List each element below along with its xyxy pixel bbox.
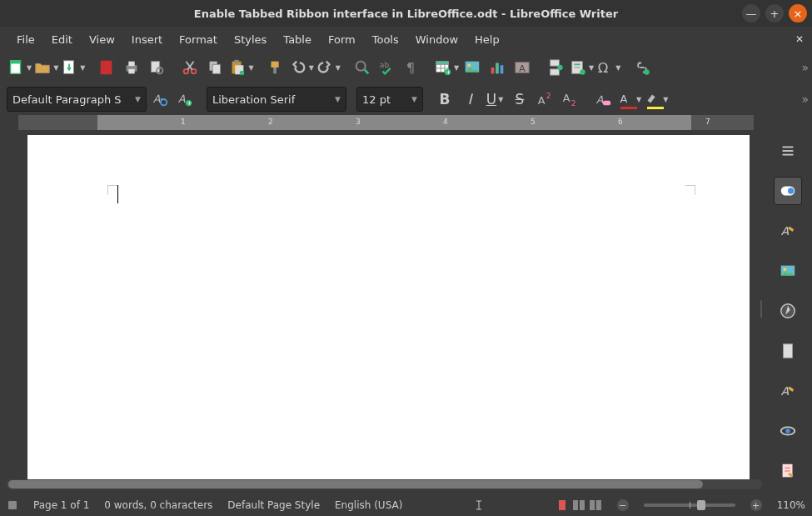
document-close-icon[interactable]: ✕	[795, 33, 804, 45]
status-page[interactable]: Page 1 of 1	[33, 499, 89, 511]
copy-button[interactable]	[203, 55, 227, 80]
superscript-button[interactable]: A2	[533, 87, 556, 112]
sidebar-properties-button[interactable]	[774, 177, 802, 205]
insert-chart-button[interactable]	[486, 55, 509, 80]
find-replace-button[interactable]	[351, 55, 374, 80]
clone-formatting-button[interactable]	[264, 55, 287, 80]
svg-rect-85	[580, 500, 585, 510]
document-page[interactable]	[27, 135, 750, 485]
menu-view[interactable]: View	[81, 30, 123, 49]
save-status-icon[interactable]	[7, 499, 18, 511]
toolbar-overflow-icon[interactable]: »	[801, 61, 809, 74]
svg-rect-84	[573, 500, 578, 510]
margin-marker-tl	[107, 185, 117, 195]
book-view-icon[interactable]	[589, 499, 602, 511]
svg-rect-38	[501, 65, 504, 73]
single-page-view-icon[interactable]	[555, 499, 569, 511]
svg-rect-42	[550, 69, 560, 75]
format-toolbar-overflow-icon[interactable]: »	[801, 93, 809, 106]
svg-text:ab: ab	[380, 60, 390, 69]
horizontal-ruler[interactable]: 1 2 3 4 5 6 7	[0, 115, 812, 132]
sidebar-manage-changes-button[interactable]	[774, 457, 802, 485]
svg-point-47	[580, 69, 585, 74]
highlight-color-button[interactable]: ▼	[643, 87, 668, 112]
update-style-button[interactable]: A	[148, 87, 172, 112]
zoom-percent[interactable]: 110%	[777, 499, 805, 511]
svg-rect-41	[550, 60, 560, 66]
new-style-button[interactable]: A+	[173, 87, 197, 112]
zoom-in-button[interactable]: +	[750, 499, 762, 511]
paragraph-style-combo[interactable]: Default Paragraph S ▼	[7, 87, 147, 112]
print-button[interactable]	[120, 55, 143, 80]
new-document-button[interactable]: ▼	[7, 55, 32, 80]
insert-table-button[interactable]: +▼	[434, 55, 459, 80]
insert-textbox-button[interactable]: A	[511, 55, 534, 80]
svg-rect-36	[491, 68, 495, 73]
cut-button[interactable]	[178, 55, 202, 80]
undo-button[interactable]: ▼	[289, 55, 314, 80]
font-name-combo[interactable]: Liberation Serif ▼	[207, 87, 346, 112]
hscroll-thumb[interactable]	[8, 480, 703, 488]
subscript-button[interactable]: A2	[558, 87, 581, 112]
print-preview-button[interactable]	[145, 55, 168, 80]
menu-file[interactable]: File	[8, 30, 43, 49]
insert-symbol-button[interactable]: Ω▼	[595, 55, 620, 80]
status-language[interactable]: English (USA)	[335, 499, 402, 511]
window-maximize[interactable]: +	[765, 4, 784, 23]
sidebar-style-inspector-button[interactable]: A	[774, 377, 802, 405]
sidebar-panel: A A	[770, 132, 805, 486]
window-titlebar: Enable Tabbed Ribbon interface in LibreO…	[0, 0, 812, 27]
svg-rect-86	[590, 500, 595, 510]
window-close[interactable]: ×	[789, 4, 807, 23]
svg-rect-72	[784, 344, 793, 358]
menu-form[interactable]: Form	[320, 30, 364, 49]
menu-insert[interactable]: Insert	[123, 30, 171, 49]
status-wordcount[interactable]: 0 words, 0 characters	[104, 499, 212, 511]
svg-rect-79	[8, 501, 17, 509]
font-color-button[interactable]: A▼	[616, 87, 641, 112]
sidebar-expand-handle[interactable]	[760, 300, 762, 318]
insert-page-break-button[interactable]	[544, 55, 567, 80]
menu-format[interactable]: Format	[171, 30, 226, 49]
insert-hyperlink-button[interactable]	[630, 55, 654, 80]
window-minimize[interactable]: —	[742, 4, 760, 23]
zoom-slider[interactable]	[644, 503, 735, 507]
sidebar-styles-button[interactable]: A	[774, 217, 802, 245]
zoom-thumb[interactable]	[697, 500, 705, 510]
sidebar-menu-icon[interactable]	[774, 137, 802, 165]
menu-help[interactable]: Help	[466, 30, 508, 49]
menu-styles[interactable]: Styles	[226, 30, 275, 49]
menu-table[interactable]: Table	[275, 30, 320, 49]
svg-point-50	[645, 69, 650, 74]
margin-marker-tr	[685, 185, 695, 195]
menu-edit[interactable]: Edit	[43, 30, 81, 49]
multi-page-view-icon[interactable]	[572, 499, 585, 511]
save-button[interactable]: ▼	[60, 55, 85, 80]
svg-point-67	[788, 188, 794, 193]
insert-image-button[interactable]	[461, 55, 484, 80]
insert-field-button[interactable]: ▼	[569, 55, 594, 80]
sidebar-navigator-button[interactable]	[774, 297, 802, 325]
clear-formatting-button[interactable]: A	[591, 87, 615, 112]
insert-mode-icon[interactable]	[473, 499, 485, 511]
horizontal-scrollbar[interactable]	[7, 479, 762, 489]
formatting-marks-button[interactable]: ¶	[401, 55, 424, 80]
status-pagestyle[interactable]: Default Page Style	[227, 499, 320, 511]
font-size-combo[interactable]: 12 pt ▼	[356, 87, 423, 112]
export-pdf-button[interactable]	[95, 55, 118, 80]
sidebar-gallery-button[interactable]	[774, 257, 802, 285]
sidebar-accessibility-button[interactable]	[774, 417, 802, 445]
italic-button[interactable]: I	[458, 87, 481, 112]
underline-button[interactable]: U▼	[483, 87, 506, 112]
menu-tools[interactable]: Tools	[364, 30, 407, 49]
svg-text:¶: ¶	[406, 60, 416, 76]
zoom-out-button[interactable]: −	[617, 499, 629, 511]
open-button[interactable]: ▼	[33, 55, 58, 80]
spellcheck-button[interactable]: ab	[376, 55, 399, 80]
redo-button[interactable]: ▼	[316, 55, 341, 80]
strikethrough-button[interactable]: S	[508, 87, 531, 112]
sidebar-page-button[interactable]	[774, 337, 802, 365]
menu-window[interactable]: Window	[407, 30, 466, 49]
bold-button[interactable]: B	[433, 87, 456, 112]
paste-button[interactable]: ▼	[228, 55, 253, 80]
